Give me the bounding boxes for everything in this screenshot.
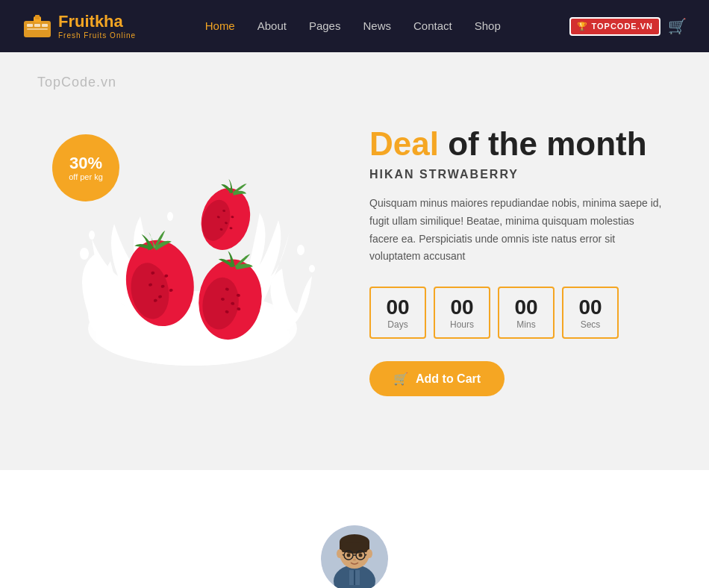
- svg-point-53: [347, 554, 351, 557]
- countdown: 00 Days 00 Hours 00 Mins 00 Secs: [369, 287, 664, 339]
- nav-news[interactable]: News: [363, 19, 391, 33]
- watermark: TopCode.vn: [37, 75, 116, 90]
- nav-right: 🏆 TOPCODE.VN 🛒: [569, 17, 687, 36]
- hero-section: TopCode.vn 30% off per kg: [0, 52, 709, 470]
- topcode-badge: 🏆 TOPCODE.VN: [569, 17, 660, 36]
- countdown-days-value: 00: [386, 296, 409, 319]
- nav-news-link[interactable]: News: [363, 19, 391, 32]
- countdown-mins-label: Mins: [516, 319, 535, 330]
- nav-home[interactable]: Home: [205, 19, 235, 33]
- nav-shop[interactable]: Shop: [475, 19, 501, 33]
- cart-icon[interactable]: 🛒: [668, 17, 687, 35]
- svg-rect-4: [27, 28, 48, 30]
- svg-point-54: [359, 554, 363, 557]
- nav-pages-link[interactable]: Pages: [309, 19, 341, 32]
- product-description: Quisquam minus maiores repudiandae nobis…: [369, 195, 664, 266]
- countdown-hours-label: Hours: [450, 319, 474, 330]
- svg-point-12: [309, 265, 315, 272]
- svg-rect-6: [35, 15, 40, 19]
- nav-contact-link[interactable]: Contact: [413, 19, 452, 32]
- nav-about-link[interactable]: About: [257, 19, 287, 32]
- hero-image-area: 30% off per kg: [45, 104, 340, 418]
- cart-icon-btn: 🛒: [393, 372, 408, 386]
- deal-title: Deal of the month: [369, 126, 664, 162]
- countdown-secs: 00 Secs: [562, 287, 619, 339]
- svg-point-11: [297, 245, 304, 255]
- nav-contact[interactable]: Contact: [413, 19, 452, 33]
- svg-point-55: [353, 559, 356, 561]
- svg-point-56: [337, 549, 343, 558]
- countdown-days: 00 Days: [369, 287, 426, 339]
- countdown-hours-value: 00: [450, 296, 473, 319]
- nav-home-link[interactable]: Home: [205, 19, 235, 32]
- svg-point-57: [366, 549, 372, 558]
- footer-section: Copyright © TopCode.vn: [0, 470, 709, 588]
- countdown-mins-value: 00: [514, 296, 537, 319]
- hero-content: Deal of the month HIKAN STRWABERRY Quisq…: [340, 126, 664, 397]
- nav-about[interactable]: About: [257, 19, 287, 33]
- add-to-cart-label: Add to Cart: [416, 372, 481, 386]
- countdown-mins: 00 Mins: [498, 287, 555, 339]
- avatar-image: [321, 525, 388, 588]
- badge-text: TOPCODE.VN: [591, 22, 653, 31]
- svg-rect-3: [42, 24, 48, 27]
- product-name: HIKAN STRWABERRY: [369, 168, 664, 181]
- deal-title-rest: of the month: [439, 125, 647, 162]
- countdown-secs-label: Secs: [581, 319, 601, 330]
- navbar: Fruitkha Fresh Fruits Online Home About …: [0, 0, 709, 52]
- deal-title-orange: Deal: [369, 125, 439, 162]
- nav-shop-link[interactable]: Shop: [475, 19, 501, 32]
- strawberries-image: [88, 142, 297, 381]
- avatar: [321, 525, 388, 588]
- svg-rect-2: [34, 24, 40, 27]
- nav-pages[interactable]: Pages: [309, 19, 341, 33]
- logo-text: Fruitkha Fresh Fruits Online: [58, 13, 136, 39]
- add-to-cart-button[interactable]: 🛒 Add to Cart: [369, 361, 505, 396]
- logo-icon: [22, 12, 51, 40]
- badge-icon: 🏆: [577, 22, 588, 31]
- svg-rect-1: [27, 24, 33, 27]
- nav-links: Home About Pages News Contact Shop: [205, 19, 501, 33]
- logo[interactable]: Fruitkha Fresh Fruits Online: [22, 12, 136, 40]
- countdown-days-label: Days: [387, 319, 407, 330]
- countdown-secs-value: 00: [578, 296, 602, 319]
- countdown-hours: 00 Hours: [434, 287, 490, 339]
